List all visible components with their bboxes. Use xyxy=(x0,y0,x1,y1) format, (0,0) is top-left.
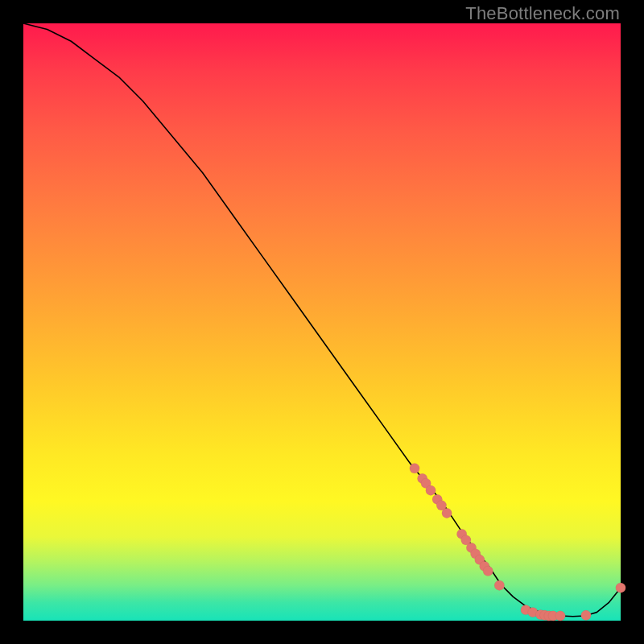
data-point xyxy=(483,566,493,576)
data-point xyxy=(494,580,504,590)
data-point xyxy=(616,583,625,592)
data-point xyxy=(581,610,591,620)
watermark-text: TheBottleneck.com xyxy=(465,3,620,24)
data-point xyxy=(555,611,565,621)
data-point xyxy=(442,508,452,518)
data-point xyxy=(426,485,436,495)
chart-overlay xyxy=(23,23,621,621)
chart-frame: TheBottleneck.com xyxy=(0,0,644,644)
data-point xyxy=(410,464,419,473)
data-curve xyxy=(23,23,621,617)
data-points xyxy=(410,464,625,621)
